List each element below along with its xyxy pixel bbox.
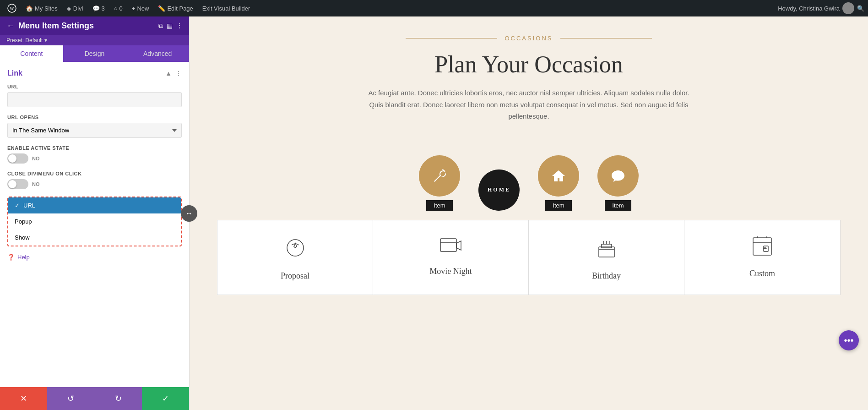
home-icon: 🏠	[26, 5, 33, 12]
floating-menu-button[interactable]: •••	[839, 330, 859, 350]
proposal-icon	[284, 234, 307, 266]
custom-name: Custom	[749, 269, 775, 279]
svg-rect-3	[440, 239, 456, 251]
back-arrow-icon[interactable]: ←	[6, 21, 15, 31]
circle-home-text: HOME	[478, 169, 520, 211]
drag-handle[interactable]: ↔	[181, 205, 197, 222]
movie-icon	[438, 234, 463, 261]
enable-active-state-group: Enable Active State NO	[7, 145, 182, 164]
url-field-group: URL	[7, 84, 182, 115]
item-label-wrench: Item	[426, 200, 452, 211]
dropdown-option-show[interactable]: Show	[8, 230, 181, 246]
menu-item-home-text[interactable]: HOME	[478, 169, 520, 211]
admin-bar-my-sites[interactable]: 🏠 My Sites	[22, 0, 61, 16]
card-movie-night[interactable]: Movie Night	[373, 220, 529, 295]
help-icon: ❓	[7, 254, 15, 261]
url-opens-field-group: URL Opens In The Same Window In The New …	[7, 115, 182, 145]
admin-bar-edit-page[interactable]: ✏️ Edit Page	[154, 0, 196, 16]
enable-active-toggle-row: NO	[7, 153, 182, 164]
dropdown-option-url[interactable]: ✓ URL	[8, 197, 181, 213]
svg-text:W: W	[10, 6, 14, 11]
card-birthday[interactable]: Birthday	[529, 220, 684, 295]
chevron-up-icon[interactable]: ▲	[165, 70, 172, 77]
close-divimenu-toggle-row: NO	[7, 179, 182, 189]
tab-advanced[interactable]: Advanced	[126, 45, 189, 62]
redo-button[interactable]: ↻	[95, 387, 142, 410]
divi-icon: ◈	[67, 5, 71, 12]
admin-bar-exit-builder[interactable]: Exit Visual Builder	[199, 0, 254, 16]
page-description: Ac feugiat ante. Donec ultricies loborti…	[364, 87, 694, 122]
admin-bar: W 🏠 My Sites ◈ Divi 💬 3 ○ 0 + New ✏️ Edi…	[0, 0, 868, 16]
page-content: OCCASIONS Plan Your Occasion Ac feugiat …	[190, 16, 868, 410]
occasion-cards: Proposal Movie Night	[217, 220, 841, 295]
circle-home	[538, 155, 579, 197]
cancel-button[interactable]: ✕	[0, 387, 47, 410]
toggle-knob	[8, 154, 16, 163]
panel-content: Link ▲ ⋮ URL URL Opens In The Same Windo…	[0, 62, 189, 387]
url-input[interactable]	[7, 92, 182, 107]
tab-content[interactable]: Content	[0, 45, 63, 62]
save-button[interactable]: ✓	[142, 387, 189, 410]
svg-rect-6	[602, 244, 612, 248]
enable-active-value: NO	[32, 156, 40, 161]
menu-item-wrench[interactable]: Item	[419, 155, 460, 211]
dropdown-option-popup[interactable]: Popup	[8, 213, 181, 230]
proposal-name: Proposal	[281, 271, 309, 281]
bubble-icon: ○	[114, 5, 118, 12]
movie-name: Movie Night	[429, 267, 472, 276]
comment-icon: 💬	[92, 5, 100, 12]
admin-bar-new[interactable]: + New	[128, 0, 153, 16]
circle-wrench	[419, 155, 460, 197]
close-divimenu-value: NO	[32, 181, 40, 187]
enable-active-toggle[interactable]	[7, 153, 28, 164]
link-section-title: Link	[7, 69, 22, 77]
enable-active-label: Enable Active State	[7, 145, 182, 151]
more-icon[interactable]: ⋮	[176, 22, 183, 30]
dots-icon: •••	[844, 335, 853, 346]
url-opens-select[interactable]: In The Same Window In The New Tab	[7, 123, 182, 138]
plus-icon: +	[132, 5, 136, 12]
close-divimenu-label: Close DiviMenu On Click	[7, 171, 182, 176]
birthday-icon	[595, 234, 618, 266]
tab-design[interactable]: Design	[63, 45, 126, 62]
url-opens-label: URL Opens	[7, 115, 182, 120]
help-row[interactable]: ❓ Help	[7, 254, 182, 261]
left-panel: ← Menu Item Settings ⧉ ▦ ⋮ Preset: Defau…	[0, 16, 190, 410]
occasions-section: OCCASIONS Plan Your Occasion Ac feugiat …	[190, 16, 868, 313]
window-icon[interactable]: ⧉	[158, 22, 163, 30]
card-proposal[interactable]: Proposal	[217, 220, 373, 295]
menu-circles: Item HOME Item	[199, 137, 859, 211]
toggle-knob-2	[8, 180, 16, 188]
menu-item-chat[interactable]: Item	[597, 155, 639, 211]
admin-bar-bubbles[interactable]: ○ 0	[110, 0, 126, 16]
panel-header: ← Menu Item Settings ⧉ ▦ ⋮	[0, 16, 189, 35]
check-icon: ✓	[15, 202, 20, 209]
options-icon[interactable]: ⋮	[175, 70, 182, 77]
card-custom[interactable]: Custom	[684, 220, 840, 295]
menu-item-home-icon[interactable]: Item	[538, 155, 579, 211]
close-divimenu-group: Close DiviMenu On Click NO	[7, 171, 182, 189]
link-type-dropdown: ✓ URL Popup Show	[7, 197, 182, 246]
main-layout: ← Menu Item Settings ⧉ ▦ ⋮ Preset: Defau…	[0, 16, 868, 410]
svg-rect-14	[753, 238, 771, 255]
admin-bar-comments[interactable]: 💬 3	[89, 0, 108, 16]
circle-chat	[597, 155, 639, 197]
close-divimenu-toggle[interactable]	[7, 179, 28, 189]
undo-button[interactable]: ↺	[47, 387, 94, 410]
url-label: URL	[7, 84, 182, 89]
search-admin-icon[interactable]: 🔍	[857, 5, 864, 12]
wp-logo[interactable]: W	[4, 0, 20, 16]
panel-preset[interactable]: Preset: Default ▾	[0, 35, 189, 45]
avatar	[842, 2, 854, 14]
panel-title: Menu Item Settings	[18, 21, 155, 31]
panel-footer: ✕ ↺ ↻ ✓	[0, 387, 189, 410]
svg-rect-5	[599, 247, 614, 257]
header-icons: ⧉ ▦ ⋮	[158, 22, 183, 30]
columns-icon[interactable]: ▦	[167, 22, 173, 30]
custom-icon	[751, 234, 774, 263]
occasions-label: OCCASIONS	[199, 35, 859, 42]
admin-bar-divi[interactable]: ◈ Divi	[63, 0, 87, 16]
item-label-chat: Item	[605, 200, 631, 211]
section-actions: ▲ ⋮	[165, 70, 182, 77]
admin-bar-howdy: Howdy, Christina Gwira 🔍	[778, 2, 864, 14]
